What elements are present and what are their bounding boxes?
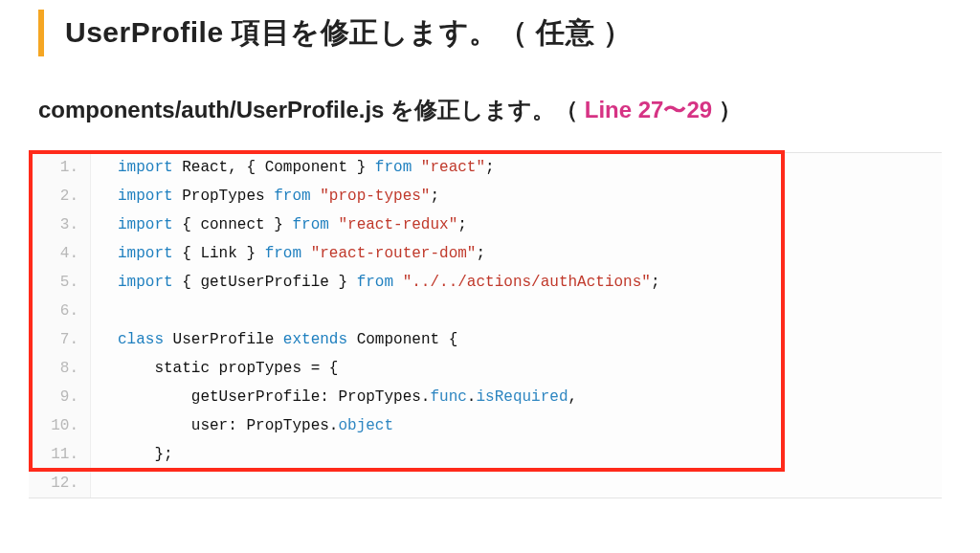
code-line: 7.class UserProfile extends Component {	[29, 325, 942, 354]
code-line: 10. user: PropTypes.object	[29, 411, 942, 440]
subheading: components/auth/UserProfile.js を修正します。（ …	[38, 95, 942, 125]
line-content: class UserProfile extends Component {	[91, 325, 942, 354]
line-number: 12.	[29, 469, 91, 498]
code-line: 9. getUserProfile: PropTypes.func.isRequ…	[29, 383, 942, 411]
line-number: 10.	[29, 411, 91, 440]
line-number: 1.	[29, 153, 91, 182]
line-content: import { getUserProfile } from "../../ac…	[91, 268, 942, 297]
code-line: 12.	[29, 469, 942, 498]
code-line: 1.import React, { Component } from "reac…	[29, 153, 942, 182]
subheading-line-range: Line 27〜29	[585, 97, 712, 122]
code-block: 1.import React, { Component } from "reac…	[29, 152, 942, 498]
line-content: user: PropTypes.object	[91, 411, 942, 440]
line-number: 7.	[29, 325, 91, 354]
line-content: import PropTypes from "prop-types";	[91, 182, 942, 210]
code-line: 2.import PropTypes from "prop-types";	[29, 182, 942, 210]
line-content: getUserProfile: PropTypes.func.isRequire…	[91, 383, 942, 411]
code-line: 4.import { Link } from "react-router-dom…	[29, 239, 942, 268]
heading-accent-bar	[38, 10, 44, 56]
line-content: import React, { Component } from "react"…	[91, 153, 942, 182]
section-heading: UserProfile 項目を修正します。（ 任意 ）	[38, 10, 942, 56]
code-line: 3.import { connect } from "react-redux";	[29, 210, 942, 239]
code-line: 5.import { getUserProfile } from "../../…	[29, 268, 942, 297]
line-content	[91, 469, 942, 498]
line-number: 5.	[29, 268, 91, 297]
line-number: 6.	[29, 297, 91, 325]
line-number: 2.	[29, 182, 91, 210]
line-content: static propTypes = {	[91, 354, 942, 383]
line-number: 9.	[29, 383, 91, 411]
line-content: };	[91, 440, 942, 469]
heading-title: UserProfile 項目を修正します。（ 任意 ）	[65, 10, 633, 56]
line-number: 11.	[29, 440, 91, 469]
subheading-close: ）	[712, 97, 742, 122]
code-line: 11. };	[29, 440, 942, 469]
line-number: 4.	[29, 239, 91, 268]
code-line: 6.	[29, 297, 942, 325]
subheading-path: components/auth/UserProfile.js	[38, 97, 384, 122]
line-number: 8.	[29, 354, 91, 383]
line-content: import { Link } from "react-router-dom";	[91, 239, 942, 268]
line-content	[91, 297, 942, 325]
code-block-wrapper: 1.import React, { Component } from "reac…	[29, 152, 942, 498]
subheading-tail: を修正します。（	[384, 97, 584, 122]
page: UserProfile 項目を修正します。（ 任意 ） components/a…	[0, 0, 980, 498]
line-number: 3.	[29, 210, 91, 239]
line-content: import { connect } from "react-redux";	[91, 210, 942, 239]
code-line: 8. static propTypes = {	[29, 354, 942, 383]
